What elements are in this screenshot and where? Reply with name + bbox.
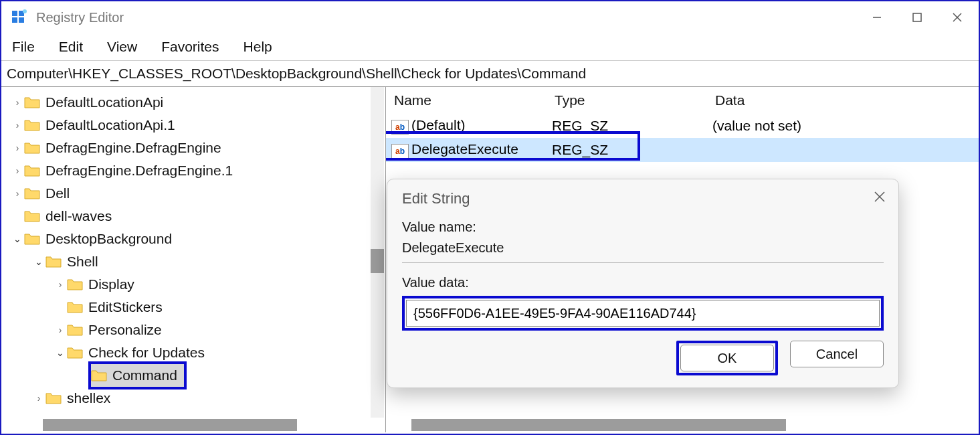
value-data-input[interactable] bbox=[406, 300, 880, 327]
chevron-down-icon[interactable]: ⌄ bbox=[32, 256, 45, 267]
tree-item[interactable]: ›DefragEngine.DefragEngine.1 bbox=[1, 159, 385, 182]
dialog-title: Edit String bbox=[402, 190, 884, 207]
folder-icon bbox=[24, 209, 40, 223]
registry-tree[interactable]: ›DefaultLocationApi›DefaultLocationApi.1… bbox=[1, 87, 385, 410]
tree-item[interactable]: ›DefaultLocationApi.1 bbox=[1, 114, 385, 137]
chevron-down-icon[interactable]: ⌄ bbox=[54, 347, 67, 358]
chevron-right-icon[interactable]: › bbox=[11, 188, 24, 199]
chevron-right-icon[interactable]: › bbox=[54, 279, 67, 290]
tree-item[interactable]: ⌄Shell bbox=[1, 250, 385, 273]
folder-icon bbox=[24, 96, 40, 109]
value-data: (value not set) bbox=[712, 118, 979, 134]
svg-rect-0 bbox=[12, 11, 17, 16]
scroll-thumb[interactable] bbox=[411, 419, 786, 431]
minimize-button[interactable] bbox=[857, 3, 897, 32]
tree-item[interactable]: ⌄Check for Updates bbox=[1, 341, 385, 364]
tree-item-label: Personalize bbox=[88, 322, 162, 338]
maximize-button[interactable] bbox=[897, 3, 937, 32]
folder-icon bbox=[67, 300, 83, 314]
menu-help[interactable]: Help bbox=[243, 39, 272, 55]
tree-item[interactable]: ⌄DesktopBackground bbox=[1, 228, 385, 250]
scroll-thumb[interactable] bbox=[43, 419, 297, 431]
address-text: Computer\HKEY_CLASSES_ROOT\DesktopBackgr… bbox=[7, 66, 586, 82]
menu-favorites[interactable]: Favorites bbox=[161, 39, 219, 55]
folder-icon bbox=[24, 164, 40, 177]
folder-icon bbox=[24, 118, 40, 132]
col-data-header[interactable]: Data bbox=[715, 92, 979, 108]
menu-bar: File Edit View Favorites Help bbox=[1, 33, 979, 60]
menu-file[interactable]: File bbox=[12, 39, 35, 55]
chevron-right-icon[interactable]: › bbox=[11, 97, 24, 108]
chevron-right-icon[interactable]: › bbox=[11, 143, 24, 153]
chevron-right-icon[interactable]: › bbox=[32, 393, 45, 404]
value-name: (Default) bbox=[411, 117, 466, 133]
folder-icon bbox=[24, 232, 40, 246]
grid-header: Name Type Data bbox=[386, 87, 979, 114]
app-icon bbox=[11, 9, 27, 25]
value-data-highlight bbox=[402, 296, 884, 331]
value-name-label: Value name: bbox=[402, 220, 884, 235]
tree-item-label: Display bbox=[88, 276, 134, 292]
tree-item-label: Check for Updates bbox=[88, 345, 205, 361]
tree-item[interactable]: EditStickers bbox=[1, 296, 385, 319]
ok-button[interactable]: OK bbox=[680, 345, 774, 371]
edit-string-dialog: Edit String Value name: DelegateExecute … bbox=[387, 179, 899, 388]
tree-item-label: DefragEngine.DefragEngine.1 bbox=[45, 163, 233, 179]
close-button[interactable] bbox=[937, 3, 977, 32]
title-bar: Registry Editor bbox=[1, 1, 979, 33]
folder-icon bbox=[67, 278, 83, 291]
folder-icon bbox=[67, 323, 83, 337]
folder-icon bbox=[91, 369, 107, 382]
folder-icon bbox=[24, 141, 40, 155]
tree-item[interactable]: dell-waves bbox=[1, 205, 385, 228]
menu-view[interactable]: View bbox=[107, 39, 137, 55]
tree-item-label: DefaultLocationApi.1 bbox=[45, 117, 175, 133]
folder-icon bbox=[45, 392, 62, 405]
folder-icon bbox=[24, 187, 40, 200]
tree-item-label: EditStickers bbox=[88, 299, 163, 315]
tree-item-label: Shell bbox=[67, 254, 98, 270]
chevron-right-icon[interactable]: › bbox=[11, 120, 24, 130]
svg-rect-6 bbox=[913, 13, 921, 21]
folder-icon bbox=[67, 346, 83, 359]
tree-item-label: Command bbox=[112, 367, 177, 383]
tree-item-label: DesktopBackground bbox=[45, 231, 172, 247]
tree-item-label: shellex bbox=[67, 390, 110, 406]
tree-item-label: DefragEngine.DefragEngine bbox=[45, 140, 221, 156]
svg-point-4 bbox=[23, 9, 27, 13]
tree-item-selected[interactable]: Command bbox=[88, 361, 187, 389]
chevron-right-icon[interactable]: › bbox=[11, 165, 24, 176]
tree-item-label: dell-waves bbox=[45, 208, 112, 224]
tree-item[interactable]: Command bbox=[1, 364, 385, 387]
chevron-right-icon[interactable]: › bbox=[54, 325, 67, 335]
tree-item-label: Dell bbox=[45, 185, 70, 201]
chevron-down-icon[interactable]: ⌄ bbox=[11, 234, 24, 244]
tree-item[interactable]: ›DefragEngine.DefragEngine bbox=[1, 137, 385, 159]
horizontal-scrollbar-right[interactable] bbox=[387, 419, 977, 431]
horizontal-scrollbar-left[interactable] bbox=[3, 419, 384, 431]
col-name-header[interactable]: Name bbox=[394, 92, 555, 108]
scroll-thumb[interactable] bbox=[371, 249, 384, 273]
dialog-buttons: OK Cancel bbox=[676, 341, 884, 375]
tree-item[interactable]: ›Display bbox=[1, 273, 385, 296]
tree-item[interactable]: ›Dell bbox=[1, 182, 385, 205]
window-title: Registry Editor bbox=[36, 10, 124, 25]
address-bar[interactable]: Computer\HKEY_CLASSES_ROOT\DesktopBackgr… bbox=[1, 60, 979, 87]
value-data-label: Value data: bbox=[402, 275, 884, 290]
tree-item[interactable]: ›Personalize bbox=[1, 319, 385, 341]
tree-item[interactable]: ›DefaultLocationApi bbox=[1, 91, 385, 114]
close-icon[interactable] bbox=[873, 190, 886, 203]
ok-button-highlight: OK bbox=[676, 341, 778, 375]
system-buttons bbox=[857, 3, 977, 32]
col-type-header[interactable]: Type bbox=[555, 92, 715, 108]
svg-rect-2 bbox=[12, 17, 17, 23]
svg-rect-3 bbox=[19, 17, 24, 23]
cancel-button[interactable]: Cancel bbox=[790, 341, 884, 367]
vertical-scrollbar[interactable] bbox=[371, 87, 384, 418]
tree-pane: ›DefaultLocationApi›DefaultLocationApi.1… bbox=[1, 87, 386, 432]
tree-item[interactable]: ›shellex bbox=[1, 387, 385, 410]
tree-item-label: DefaultLocationApi bbox=[45, 94, 163, 110]
folder-icon bbox=[45, 255, 62, 268]
row-highlight-annotation bbox=[386, 131, 640, 161]
menu-edit[interactable]: Edit bbox=[59, 39, 83, 55]
